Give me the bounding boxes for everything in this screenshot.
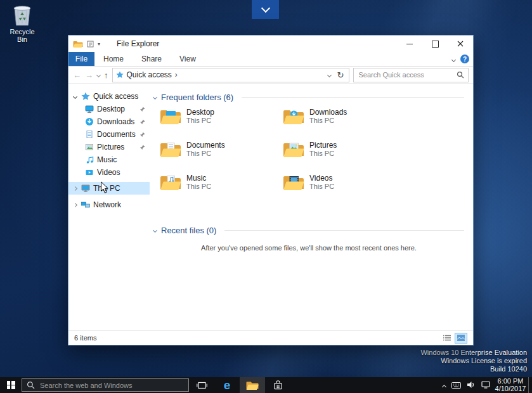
quick-access-star-icon: [116, 71, 124, 79]
music-icon: [85, 155, 94, 164]
group-title: Recent files (0): [161, 226, 216, 235]
sidebar-item-label: This PC: [93, 184, 120, 193]
folder-name: Downloads: [309, 108, 347, 117]
tab-home[interactable]: Home: [94, 52, 133, 66]
close-button[interactable]: [448, 35, 473, 52]
volume-button[interactable]: [467, 380, 476, 391]
sidebar-item-this-pc[interactable]: This PC: [68, 182, 150, 195]
recent-files-header[interactable]: Recent files (0): [153, 224, 464, 236]
folder-location: This PC: [186, 183, 211, 191]
sidebar-item-label: Videos: [97, 168, 120, 177]
window-title: File Explorer: [117, 39, 159, 48]
frequent-folders-header[interactable]: Frequent folders (6): [153, 91, 464, 103]
sidebar-item-downloads[interactable]: Downloads: [68, 115, 150, 128]
videos-icon: [85, 168, 94, 177]
edge-icon: e: [224, 379, 231, 391]
collapse-chevron-icon[interactable]: [72, 95, 78, 98]
tab-view[interactable]: View: [171, 52, 205, 66]
sidebar-item-network[interactable]: Network: [68, 198, 150, 211]
search-icon: [27, 381, 35, 389]
sidebar-item-label: Documents: [97, 130, 136, 139]
folder-tile-downloads[interactable]: Downloads This PC: [283, 108, 406, 141]
clock-date: 4/10/2017: [493, 385, 528, 392]
sidebar-item-desktop[interactable]: Desktop: [68, 103, 150, 115]
tab-file[interactable]: File: [68, 52, 94, 66]
pin-icon: [139, 132, 145, 138]
screen: Recycle Bin Windows 10 Enterprise Evalua…: [0, 0, 532, 393]
sidebar-item-quick-access[interactable]: Quick access: [68, 90, 150, 103]
sidebar-item-music[interactable]: Music: [68, 153, 150, 166]
folder-tile-music[interactable]: Music This PC: [160, 174, 283, 207]
forward-button[interactable]: →: [85, 71, 93, 79]
large-icons-view-button[interactable]: [455, 333, 467, 344]
quick-access-star-icon: [81, 92, 90, 101]
pin-icon: [139, 119, 145, 125]
watermark-line: Windows License is expired: [420, 357, 527, 365]
recycle-bin-icon: [11, 3, 34, 27]
collapse-chevron-icon: [153, 228, 157, 232]
folder-tile-desktop[interactable]: Desktop This PC: [160, 108, 283, 141]
edge-browser-button[interactable]: e: [214, 377, 240, 393]
group-title: Frequent folders (6): [161, 93, 233, 102]
details-view-button[interactable]: [441, 333, 453, 344]
touch-keyboard-button[interactable]: [451, 380, 461, 391]
explorer-search-input[interactable]: [358, 70, 455, 79]
folder-tile-videos[interactable]: Videos This PC: [283, 174, 406, 207]
sidebar-item-pictures[interactable]: Pictures: [68, 141, 150, 153]
start-button[interactable]: [0, 377, 22, 393]
pin-icon: [139, 106, 145, 112]
network-button[interactable]: [481, 380, 490, 391]
folder-desktop-icon: [160, 108, 181, 126]
keyboard-icon: [451, 382, 461, 389]
breadcrumb[interactable]: Quick access: [127, 70, 172, 79]
address-bar[interactable]: Quick access › ↻: [112, 68, 349, 82]
recent-files-empty-message: After you've opened some files, we'll sh…: [153, 244, 464, 252]
up-button[interactable]: ↑: [104, 71, 108, 79]
recent-locations-dropdown[interactable]: [97, 74, 100, 77]
expand-chevron-icon[interactable]: [72, 203, 78, 207]
help-button[interactable]: ?: [460, 55, 469, 63]
tray-overflow-button[interactable]: [443, 380, 446, 391]
navigation-pane: Quick access Desktop: [68, 84, 150, 330]
explorer-search-box[interactable]: [353, 68, 469, 82]
chevron-down-icon: [327, 72, 332, 77]
qat-properties-icon[interactable]: [87, 41, 94, 48]
store-bag-icon: [273, 380, 283, 390]
sidebar-item-documents[interactable]: Documents: [68, 128, 150, 141]
tab-share[interactable]: Share: [133, 52, 171, 66]
task-view-button[interactable]: [189, 377, 214, 393]
folder-tile-documents[interactable]: Documents This PC: [160, 141, 283, 174]
file-explorer-window: ▾ File Explorer File Home Share View ?: [68, 35, 474, 345]
downloads-icon: [85, 117, 94, 126]
expand-ribbon-button[interactable]: [452, 55, 455, 63]
file-explorer-taskbar-button[interactable]: [240, 377, 265, 393]
back-button[interactable]: ←: [73, 71, 81, 79]
network-icon: [481, 381, 490, 389]
titlebar[interactable]: ▾ File Explorer: [68, 35, 473, 52]
store-button[interactable]: [265, 377, 290, 393]
recycle-bin[interactable]: Recycle Bin: [4, 3, 41, 43]
large-icons-view-icon: [457, 334, 465, 342]
taskbar-search-box[interactable]: [22, 378, 189, 392]
quick-access-toolbar: ▾: [73, 40, 100, 48]
folder-location: This PC: [186, 150, 225, 158]
vm-console-tab[interactable]: [252, 0, 279, 19]
license-watermark: Windows 10 Enterprise Evaluation Windows…: [420, 349, 527, 373]
taskbar-clock[interactable]: 6:00 PM 4/10/2017: [493, 377, 528, 393]
folder-tile-pictures[interactable]: Pictures This PC: [283, 141, 406, 174]
minimize-button[interactable]: [397, 35, 422, 52]
taskbar-search-input[interactable]: [39, 381, 184, 390]
show-desktop-button[interactable]: [528, 377, 532, 393]
desktop-icon: [85, 105, 94, 113]
maximize-button[interactable]: [422, 35, 448, 52]
expand-chevron-icon[interactable]: [72, 187, 78, 190]
refresh-button[interactable]: ↻: [336, 70, 346, 80]
taskbar: e: [0, 377, 532, 393]
folder-name: Desktop: [186, 108, 214, 117]
sidebar-item-videos[interactable]: Videos: [68, 166, 150, 179]
folder-pictures-icon: [283, 141, 304, 158]
status-bar: 6 items: [68, 330, 473, 345]
address-dropdown-button[interactable]: [326, 74, 333, 77]
qat-customize-dropdown-icon[interactable]: ▾: [98, 41, 100, 47]
sidebar-item-label: Music: [97, 155, 117, 164]
